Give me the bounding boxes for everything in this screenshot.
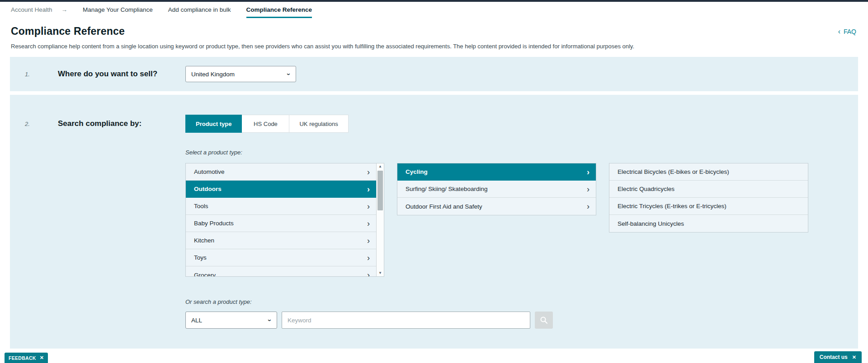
chevron-right-icon: › bbox=[367, 168, 370, 176]
tab-hs-code[interactable]: HS Code bbox=[242, 115, 289, 133]
category-item-label: Baby Products bbox=[194, 220, 234, 227]
step2-panel: 2. Search compliance by: Product type HS… bbox=[10, 95, 858, 349]
tab-uk-regulations[interactable]: UK regulations bbox=[289, 115, 348, 133]
category-item-grocery[interactable]: Grocery › bbox=[186, 266, 376, 276]
chevron-right-icon: › bbox=[367, 202, 370, 210]
nav-item-add-compliance-in-bulk[interactable]: Add compliance in bulk bbox=[168, 6, 231, 18]
category-item-tools[interactable]: Tools › bbox=[186, 198, 376, 215]
category-item-label: Kitchen bbox=[194, 237, 214, 244]
product-list: Electrical Bicycles (E-bikes or E-bicycl… bbox=[609, 163, 808, 233]
nav-item-compliance-reference[interactable]: Compliance Reference bbox=[246, 6, 312, 18]
subcategory-item-cycling[interactable]: Cycling › bbox=[397, 163, 596, 181]
product-item-label: Electric Tricycles (E-trikes or E-tricyc… bbox=[618, 203, 726, 209]
product-item-label: Electric Quadricycles bbox=[618, 186, 675, 192]
close-icon[interactable]: ✕ bbox=[852, 354, 856, 360]
search-by-tabs: Product type HS Code UK regulations bbox=[185, 115, 349, 133]
contact-us-label: Contact us bbox=[820, 354, 848, 360]
step1-label: Where do you want to sell? bbox=[58, 70, 185, 79]
category-item-label: Outdoors bbox=[194, 186, 222, 192]
faq-link-label: FAQ bbox=[844, 28, 856, 35]
contact-us-badge[interactable]: Contact us ✕ bbox=[814, 351, 862, 363]
product-item-electric-quadricycles[interactable]: Electric Quadricycles bbox=[609, 181, 808, 198]
chevron-right-icon: › bbox=[367, 237, 370, 245]
category-item-label: Automotive bbox=[194, 168, 225, 175]
category-item-automotive[interactable]: Automotive › bbox=[186, 163, 376, 181]
chevron-right-icon: › bbox=[367, 271, 370, 276]
category-item-kitchen[interactable]: Kitchen › bbox=[186, 232, 376, 249]
subcategory-list: Cycling › Surfing/ Skiing/ Skateboarding… bbox=[397, 163, 596, 215]
category-list-viewport: Automotive › Outdoors › Tools › Baby Pro… bbox=[186, 163, 376, 276]
faq-link[interactable]: ‹ FAQ bbox=[838, 28, 856, 35]
chevron-left-icon: ‹ bbox=[838, 28, 840, 35]
breadcrumb-account-health[interactable]: Account Health bbox=[11, 6, 52, 17]
category-item-outdoors[interactable]: Outdoors › bbox=[186, 181, 376, 198]
chevron-right-icon: › bbox=[587, 185, 590, 193]
category-item-baby-products[interactable]: Baby Products › bbox=[186, 215, 376, 232]
search-button[interactable] bbox=[535, 312, 553, 329]
category-item-label: Tools bbox=[194, 203, 208, 209]
page-description: Research compliance help content from a … bbox=[0, 37, 868, 50]
subcategory-item-label: Cycling bbox=[406, 168, 428, 175]
category-list: Automotive › Outdoors › Tools › Baby Pro… bbox=[185, 163, 384, 277]
close-icon[interactable]: ✕ bbox=[40, 355, 44, 361]
tab-product-type[interactable]: Product type bbox=[185, 115, 242, 133]
step2-number: 2. bbox=[10, 121, 58, 127]
subcategory-item-outdoor-first-aid-and-safety[interactable]: Outdoor First Aid and Safety › bbox=[397, 198, 596, 215]
breadcrumb-arrow-icon: → bbox=[61, 6, 68, 17]
keyword-input[interactable] bbox=[282, 312, 530, 329]
product-item-label: Self-balancing Unicycles bbox=[618, 220, 684, 227]
country-select[interactable]: United Kingdom › bbox=[185, 66, 296, 82]
nav-item-manage-your-compliance[interactable]: Manage Your Compliance bbox=[83, 6, 153, 18]
or-search-label: Or search a product type: bbox=[185, 298, 858, 305]
subcategory-item-surfing-skiing-skateboarding[interactable]: Surfing/ Skiing/ Skateboarding › bbox=[397, 181, 596, 198]
feedback-badge[interactable]: FEEDBACK ✕ bbox=[5, 353, 48, 363]
scroll-down-icon[interactable]: ▼ bbox=[378, 271, 382, 275]
select-product-type-label: Select a product type: bbox=[185, 149, 858, 156]
chevron-right-icon: › bbox=[367, 219, 370, 228]
chevron-down-icon: › bbox=[266, 319, 274, 321]
category-item-toys[interactable]: Toys › bbox=[186, 249, 376, 266]
subcategory-item-label: Outdoor First Aid and Safety bbox=[406, 203, 482, 210]
product-item-electric-tricycles[interactable]: Electric Tricycles (E-trikes or E-tricyc… bbox=[609, 198, 808, 215]
category-filter-select[interactable]: ALL › bbox=[185, 312, 277, 329]
step2-label: Search compliance by: bbox=[58, 119, 185, 128]
category-item-label: Toys bbox=[194, 254, 207, 261]
product-item-self-balancing-unicycles[interactable]: Self-balancing Unicycles bbox=[609, 215, 808, 232]
search-icon bbox=[540, 316, 548, 324]
category-filter-value: ALL bbox=[191, 317, 202, 324]
chevron-right-icon: › bbox=[587, 168, 590, 176]
page-title: Compliance Reference bbox=[11, 25, 125, 37]
scrollbar-thumb[interactable] bbox=[377, 171, 383, 210]
chevron-right-icon: › bbox=[367, 185, 370, 193]
chevron-down-icon: › bbox=[285, 73, 293, 75]
feedback-badge-label: FEEDBACK bbox=[9, 355, 36, 361]
step1-number: 1. bbox=[10, 71, 58, 78]
top-navigation: Account Health → Manage Your Compliance … bbox=[0, 2, 868, 18]
country-select-value: United Kingdom bbox=[191, 71, 235, 78]
scroll-up-icon[interactable]: ▲ bbox=[378, 165, 382, 168]
chevron-right-icon: › bbox=[367, 254, 370, 262]
product-item-electrical-bicycles[interactable]: Electrical Bicycles (E-bikes or E-bicycl… bbox=[609, 163, 808, 181]
category-item-label: Grocery bbox=[194, 272, 216, 277]
step1-panel: 1. Where do you want to sell? United Kin… bbox=[10, 57, 858, 91]
chevron-right-icon: › bbox=[587, 202, 590, 210]
category-list-scrollbar[interactable]: ▲ ▼ bbox=[376, 163, 384, 276]
product-item-label: Electrical Bicycles (E-bikes or E-bicycl… bbox=[618, 168, 729, 175]
subcategory-item-label: Surfing/ Skiing/ Skateboarding bbox=[406, 186, 488, 192]
